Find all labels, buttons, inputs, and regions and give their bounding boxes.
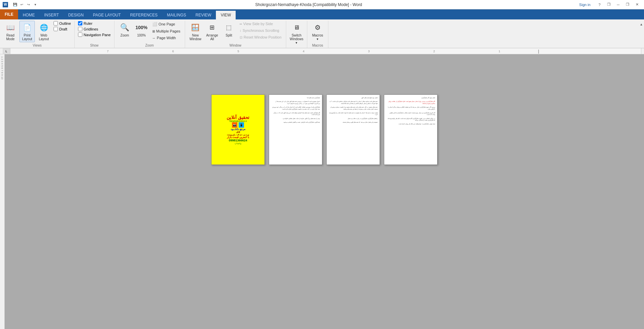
draft-checkbox[interactable] — [54, 27, 58, 31]
view-side-by-side-button[interactable]: ▪▪ View Side by Side — [238, 21, 283, 27]
ad-file: فایل — [236, 131, 240, 133]
page-3: فصل دوم: انواع نعمت‌های الهی نعمت‌های ما… — [326, 94, 380, 165]
outline-checkbox[interactable] — [54, 21, 58, 25]
read-mode-button[interactable]: 📖 ReadMode — [3, 21, 18, 42]
navigation-pane-checkbox[interactable] — [78, 32, 82, 37]
tab-page-layout[interactable]: PAGE LAYOUT — [88, 11, 126, 19]
ribbon-group-macros: ⚙ Macros ▾ Macros — [307, 21, 328, 48]
ad-icon-2: 📱 — [239, 122, 244, 128]
ribbon-group-macros-content: ⚙ Macros ▾ — [310, 21, 325, 43]
ruler-checkbox[interactable] — [78, 21, 82, 25]
redo-qat-button[interactable]: ↪ — [25, 2, 31, 8]
reset-window-icon: ⊡ — [240, 36, 242, 39]
ad-icon-1: 📷 — [232, 122, 237, 128]
title-bar: W 💾 ↩ ↪ ▾ Shokrgozari-Nemathaye-Khoda [C… — [0, 0, 644, 9]
vertical-ruler: 1 2 3 4 5 6 7 8 9 10 — [0, 54, 5, 329]
ribbon-group-show-content: Ruler Gridlines Navigation Pane — [77, 21, 111, 43]
undo-qat-button[interactable]: ↩ — [19, 2, 25, 8]
page-width-button[interactable]: ↔ Page Width — [151, 35, 182, 41]
switch-windows-button[interactable]: 🖥 SwitchWindows ▾ — [289, 21, 304, 46]
save-qat-button[interactable]: 💾 — [12, 2, 18, 8]
ribbon-group-show: Ruler Gridlines Navigation Pane Show — [75, 21, 114, 48]
switch-windows-label — [289, 47, 304, 47]
ad-marja: مرجع دانلـــود — [231, 128, 245, 131]
view-checks: Outline Draft — [53, 21, 72, 31]
ribbon-collapse-button[interactable]: ▲ — [639, 21, 644, 27]
zoom-button[interactable]: 🔍 Zoom — [117, 21, 133, 42]
reset-window-button[interactable]: ⊡ Reset Window Position — [238, 34, 283, 40]
window-group-label: Window — [188, 43, 283, 47]
tab-view[interactable]: VIEW — [216, 11, 236, 19]
ruler-check[interactable]: Ruler — [77, 21, 111, 26]
page-1: تحقیق آنلاین Tahghighonline.ir 📷 📱 مرجع … — [211, 94, 265, 165]
customize-qat-button[interactable]: ▾ — [32, 2, 38, 8]
new-window-button[interactable]: 🪟 NewWindow — [188, 21, 203, 42]
print-layout-button[interactable]: 📄 PrintLayout — [19, 21, 35, 42]
tab-review[interactable]: REVIEW — [191, 11, 216, 19]
sign-in-link[interactable]: Sign in — [579, 3, 590, 7]
macros-icon: ⚙ — [312, 22, 323, 33]
ribbon-group-switch-content: 🖥 SwitchWindows ▾ — [289, 21, 304, 47]
restore-button[interactable]: ❐ — [623, 1, 632, 8]
content-area: 1 2 3 4 5 6 7 8 9 10 تحقیق آنلاین Tahghi… — [0, 54, 644, 329]
draft-check[interactable]: Draft — [53, 26, 72, 31]
quick-access-toolbar: 💾 ↩ ↪ ▾ — [12, 2, 38, 8]
multiple-pages-icon: ⊞ — [152, 29, 155, 33]
title-bar-controls: Sign in ? ❐ ─ ❐ ✕ — [579, 1, 641, 8]
ruler-corner: L — [3, 48, 10, 54]
page-4: فصل سوم: آثار شکرگزاری تأثیر شکرگزاری بر… — [384, 94, 437, 165]
ad-whatsapp: واتساپ — [235, 142, 241, 144]
split-icon: ⬚ — [224, 22, 234, 33]
tab-insert[interactable]: INSERT — [39, 11, 64, 19]
ribbon: 📖 ReadMode 📄 PrintLayout 🌐 WebLayout Out… — [0, 19, 644, 48]
close-button[interactable]: ✕ — [633, 1, 641, 8]
pages-container: تحقیق آنلاین Tahghighonline.ir 📷 📱 مرجع … — [211, 94, 437, 329]
zoom-group-label: Zoom — [117, 43, 182, 47]
one-page-button[interactable]: ⬜ One Page — [151, 21, 182, 27]
page-2-text: شکرگزاری نعمت‌های خدا انسان موجودی است ک… — [269, 95, 322, 125]
split-button[interactable]: ⬚ Split — [221, 21, 237, 42]
ad-site: Tahghighonline.ir — [229, 120, 247, 122]
ribbon-group-zoom: 🔍 Zoom 100% 100% ⬜ One Page ⊞ Multiple P… — [114, 21, 185, 48]
zoom-col: ⬜ One Page ⊞ Multiple Pages ↔ Page Width — [151, 21, 182, 41]
multiple-pages-button[interactable]: ⊞ Multiple Pages — [151, 28, 182, 34]
print-layout-icon: 📄 — [22, 22, 32, 33]
page-1-ad: تحقیق آنلاین Tahghighonline.ir 📷 📱 مرجع … — [212, 95, 264, 164]
ribbon-group-views-content: 📖 ReadMode 📄 PrintLayout 🌐 WebLayout Out… — [3, 21, 72, 43]
read-mode-icon: 📖 — [5, 22, 16, 33]
ribbon-collapse-area: ▲ — [639, 21, 644, 48]
ribbon-toggle-button[interactable]: ❐ — [605, 1, 613, 8]
app-icon: W — [3, 2, 8, 7]
tab-references[interactable]: REFERENCES — [126, 11, 162, 19]
help-button[interactable]: ? — [595, 1, 604, 8]
gridlines-check[interactable]: Gridlines — [77, 26, 111, 31]
ribbon-tab-bar: FILE HOME INSERT DESIGN PAGE LAYOUT REFE… — [0, 9, 644, 19]
page-3-text: فصل دوم: انواع نعمت‌های الهی نعمت‌های ما… — [327, 95, 380, 125]
arrange-all-button[interactable]: ⊞ ArrangeAll — [205, 21, 220, 42]
web-layout-button[interactable]: 🌐 WebLayout — [36, 21, 52, 42]
page-width-icon: ↔ — [152, 36, 156, 40]
sync-scrolling-button[interactable]: ↕ Synchronous Scrolling — [238, 27, 283, 34]
gridlines-checkbox[interactable] — [78, 27, 82, 31]
macros-button[interactable]: ⚙ Macros ▾ — [310, 21, 325, 42]
show-group-label: Show — [77, 43, 111, 47]
one-page-icon: ⬜ — [152, 22, 157, 26]
tab-mailings[interactable]: MAILINGS — [162, 11, 191, 19]
outline-check[interactable]: Outline — [53, 21, 72, 26]
zoom-100-button[interactable]: 100% 100% — [134, 21, 149, 42]
tab-file[interactable]: FILE — [0, 9, 18, 19]
navigation-pane-check[interactable]: Navigation Pane — [77, 32, 111, 37]
ribbon-group-zoom-content: 🔍 Zoom 100% 100% ⬜ One Page ⊞ Multiple P… — [117, 21, 182, 43]
switch-windows-icon: 🖥 — [291, 22, 302, 33]
views-group-label: Views — [3, 43, 72, 47]
macros-group-label: Macros — [310, 43, 325, 47]
tab-design[interactable]: DESIGN — [64, 11, 88, 19]
tab-home[interactable]: HOME — [18, 11, 39, 19]
ribbon-group-window-content: 🪟 NewWindow ⊞ ArrangeAll ⬚ Split ▪▪ View… — [188, 21, 283, 43]
title-bar-left: W 💾 ↩ ↪ ▾ — [3, 2, 38, 8]
ribbon-group-window: 🪟 NewWindow ⊞ ArrangeAll ⬚ Split ▪▪ View… — [185, 21, 286, 48]
window-title: Shokrgozari-Nemathaye-Khoda [Compatibili… — [38, 2, 579, 7]
minimize-button[interactable]: ─ — [614, 1, 623, 8]
ad-title: تحقیق آنلاین — [227, 115, 249, 120]
document-area[interactable]: تحقیق آنلاین Tahghighonline.ir 📷 📱 مرجع … — [5, 54, 644, 329]
